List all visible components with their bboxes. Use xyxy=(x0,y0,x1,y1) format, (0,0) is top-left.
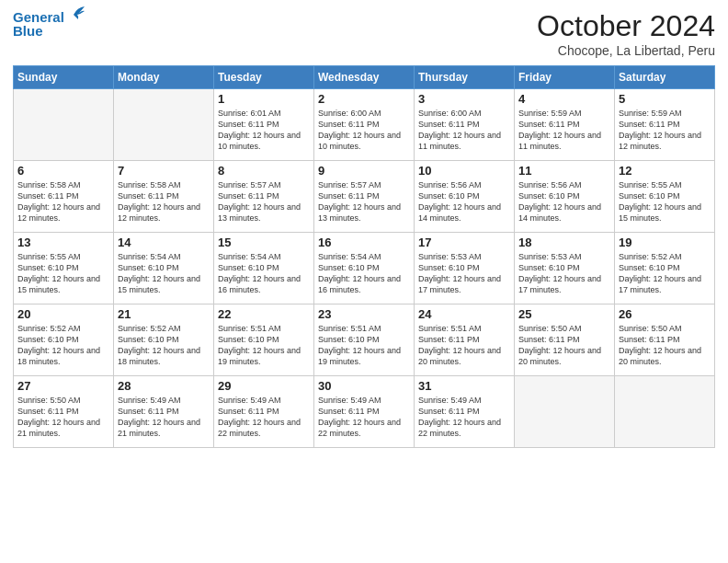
cell-sun-info: Sunrise: 5:55 AMSunset: 6:10 PMDaylight:… xyxy=(17,251,109,296)
header-monday: Monday xyxy=(114,66,214,89)
cell-sun-info: Sunrise: 5:56 AMSunset: 6:10 PMDaylight:… xyxy=(418,179,510,224)
calendar-cell xyxy=(515,376,615,448)
calendar-cell: 20Sunrise: 5:52 AMSunset: 6:10 PMDayligh… xyxy=(14,304,114,376)
day-number: 21 xyxy=(118,307,210,321)
cell-sun-info: Sunrise: 5:54 AMSunset: 6:10 PMDaylight:… xyxy=(218,251,310,296)
calendar-cell: 4Sunrise: 5:59 AMSunset: 6:11 PMDaylight… xyxy=(515,89,615,161)
cell-sun-info: Sunrise: 5:51 AMSunset: 6:10 PMDaylight:… xyxy=(218,323,310,368)
cell-sun-info: Sunrise: 5:52 AMSunset: 6:10 PMDaylight:… xyxy=(619,251,711,296)
calendar-week-4: 20Sunrise: 5:52 AMSunset: 6:10 PMDayligh… xyxy=(14,304,715,376)
logo-blue: Blue xyxy=(13,23,86,39)
day-number: 26 xyxy=(619,307,711,321)
calendar-cell: 10Sunrise: 5:56 AMSunset: 6:10 PMDayligh… xyxy=(415,161,515,233)
cell-sun-info: Sunrise: 5:51 AMSunset: 6:10 PMDaylight:… xyxy=(318,323,410,368)
day-number: 29 xyxy=(218,379,310,393)
cell-sun-info: Sunrise: 6:00 AMSunset: 6:11 PMDaylight:… xyxy=(318,108,410,153)
cell-sun-info: Sunrise: 5:53 AMSunset: 6:10 PMDaylight:… xyxy=(418,251,510,296)
header-saturday: Saturday xyxy=(615,66,715,89)
day-number: 23 xyxy=(318,307,410,321)
day-number: 18 xyxy=(518,236,610,249)
calendar-cell: 28Sunrise: 5:49 AMSunset: 6:11 PMDayligh… xyxy=(114,376,214,448)
header-tuesday: Tuesday xyxy=(214,66,314,89)
day-number: 20 xyxy=(17,307,109,321)
title-block: October 2024 Chocope, La Libertad, Peru xyxy=(537,9,715,58)
cell-sun-info: Sunrise: 6:01 AMSunset: 6:11 PMDaylight:… xyxy=(218,108,310,153)
header-thursday: Thursday xyxy=(415,66,515,89)
day-number: 10 xyxy=(418,164,510,178)
calendar-cell: 24Sunrise: 5:51 AMSunset: 6:11 PMDayligh… xyxy=(415,304,515,376)
calendar-cell: 25Sunrise: 5:50 AMSunset: 6:11 PMDayligh… xyxy=(515,304,615,376)
day-number: 19 xyxy=(619,236,711,249)
calendar-cell: 30Sunrise: 5:49 AMSunset: 6:11 PMDayligh… xyxy=(314,376,415,448)
day-number: 5 xyxy=(619,92,711,106)
calendar-cell: 22Sunrise: 5:51 AMSunset: 6:10 PMDayligh… xyxy=(214,304,314,376)
calendar-cell: 6Sunrise: 5:58 AMSunset: 6:11 PMDaylight… xyxy=(14,161,114,233)
header: General Blue October 2024 Chocope, La Li… xyxy=(13,9,715,58)
calendar-cell: 17Sunrise: 5:53 AMSunset: 6:10 PMDayligh… xyxy=(415,233,515,304)
day-number: 31 xyxy=(418,379,510,393)
calendar-cell: 5Sunrise: 5:59 AMSunset: 6:11 PMDaylight… xyxy=(615,89,715,161)
cell-sun-info: Sunrise: 5:54 AMSunset: 6:10 PMDaylight:… xyxy=(318,251,410,296)
cell-sun-info: Sunrise: 5:58 AMSunset: 6:11 PMDaylight:… xyxy=(17,179,109,224)
calendar-cell xyxy=(615,376,715,448)
calendar-cell: 9Sunrise: 5:57 AMSunset: 6:11 PMDaylight… xyxy=(314,161,415,233)
day-number: 27 xyxy=(17,379,109,393)
cell-sun-info: Sunrise: 5:49 AMSunset: 6:11 PMDaylight:… xyxy=(318,395,410,440)
cell-sun-info: Sunrise: 5:50 AMSunset: 6:11 PMDaylight:… xyxy=(518,323,610,368)
calendar-cell: 2Sunrise: 6:00 AMSunset: 6:11 PMDaylight… xyxy=(314,89,415,161)
calendar-cell: 23Sunrise: 5:51 AMSunset: 6:10 PMDayligh… xyxy=(314,304,415,376)
day-number: 22 xyxy=(218,307,310,321)
day-number: 17 xyxy=(418,236,510,249)
day-number: 12 xyxy=(619,164,711,178)
day-number: 14 xyxy=(118,236,210,249)
cell-sun-info: Sunrise: 5:59 AMSunset: 6:11 PMDaylight:… xyxy=(619,108,711,153)
calendar-cell: 3Sunrise: 6:00 AMSunset: 6:11 PMDaylight… xyxy=(415,89,515,161)
calendar-cell: 7Sunrise: 5:58 AMSunset: 6:11 PMDaylight… xyxy=(114,161,214,233)
logo: General Blue xyxy=(13,9,86,40)
location-subtitle: Chocope, La Libertad, Peru xyxy=(537,43,715,58)
day-number: 2 xyxy=(318,92,410,106)
calendar-cell: 13Sunrise: 5:55 AMSunset: 6:10 PMDayligh… xyxy=(14,233,114,304)
day-number: 24 xyxy=(418,307,510,321)
calendar-cell: 18Sunrise: 5:53 AMSunset: 6:10 PMDayligh… xyxy=(515,233,615,304)
cell-sun-info: Sunrise: 5:49 AMSunset: 6:11 PMDaylight:… xyxy=(218,395,310,440)
cell-sun-info: Sunrise: 5:55 AMSunset: 6:10 PMDaylight:… xyxy=(619,179,711,224)
calendar-cell: 21Sunrise: 5:52 AMSunset: 6:10 PMDayligh… xyxy=(114,304,214,376)
cell-sun-info: Sunrise: 5:56 AMSunset: 6:10 PMDaylight:… xyxy=(518,179,610,224)
calendar-cell: 16Sunrise: 5:54 AMSunset: 6:10 PMDayligh… xyxy=(314,233,415,304)
calendar-cell: 31Sunrise: 5:49 AMSunset: 6:11 PMDayligh… xyxy=(415,376,515,448)
day-number: 28 xyxy=(118,379,210,393)
cell-sun-info: Sunrise: 5:57 AMSunset: 6:11 PMDaylight:… xyxy=(318,179,410,224)
day-number: 30 xyxy=(318,379,410,393)
calendar-cell xyxy=(14,89,114,161)
cell-sun-info: Sunrise: 5:52 AMSunset: 6:10 PMDaylight:… xyxy=(17,323,109,368)
day-number: 7 xyxy=(118,164,210,178)
cell-sun-info: Sunrise: 5:58 AMSunset: 6:11 PMDaylight:… xyxy=(118,179,210,224)
page-title: October 2024 xyxy=(537,9,715,43)
day-number: 13 xyxy=(17,236,109,249)
cell-sun-info: Sunrise: 6:00 AMSunset: 6:11 PMDaylight:… xyxy=(418,108,510,153)
cell-sun-info: Sunrise: 5:49 AMSunset: 6:11 PMDaylight:… xyxy=(418,395,510,440)
cell-sun-info: Sunrise: 5:49 AMSunset: 6:11 PMDaylight:… xyxy=(118,395,210,440)
header-sunday: Sunday xyxy=(14,66,114,89)
calendar-table: Sunday Monday Tuesday Wednesday Thursday… xyxy=(13,65,715,448)
calendar-cell: 8Sunrise: 5:57 AMSunset: 6:11 PMDaylight… xyxy=(214,161,314,233)
calendar-cell: 12Sunrise: 5:55 AMSunset: 6:10 PMDayligh… xyxy=(615,161,715,233)
calendar-cell: 14Sunrise: 5:54 AMSunset: 6:10 PMDayligh… xyxy=(114,233,214,304)
calendar-cell xyxy=(114,89,214,161)
calendar-cell: 27Sunrise: 5:50 AMSunset: 6:11 PMDayligh… xyxy=(14,376,114,448)
day-number: 1 xyxy=(218,92,310,106)
day-number: 15 xyxy=(218,236,310,249)
calendar-week-3: 13Sunrise: 5:55 AMSunset: 6:10 PMDayligh… xyxy=(14,233,715,304)
day-number: 16 xyxy=(318,236,410,249)
page: General Blue October 2024 Chocope, La Li… xyxy=(0,0,728,563)
calendar-cell: 26Sunrise: 5:50 AMSunset: 6:11 PMDayligh… xyxy=(615,304,715,376)
cell-sun-info: Sunrise: 5:50 AMSunset: 6:11 PMDaylight:… xyxy=(17,395,109,440)
day-number: 25 xyxy=(518,307,610,321)
day-number: 4 xyxy=(518,92,610,106)
logo-bird-icon xyxy=(66,6,86,24)
calendar-cell: 15Sunrise: 5:54 AMSunset: 6:10 PMDayligh… xyxy=(214,233,314,304)
day-number: 8 xyxy=(218,164,310,178)
calendar-cell: 11Sunrise: 5:56 AMSunset: 6:10 PMDayligh… xyxy=(515,161,615,233)
cell-sun-info: Sunrise: 5:52 AMSunset: 6:10 PMDaylight:… xyxy=(118,323,210,368)
